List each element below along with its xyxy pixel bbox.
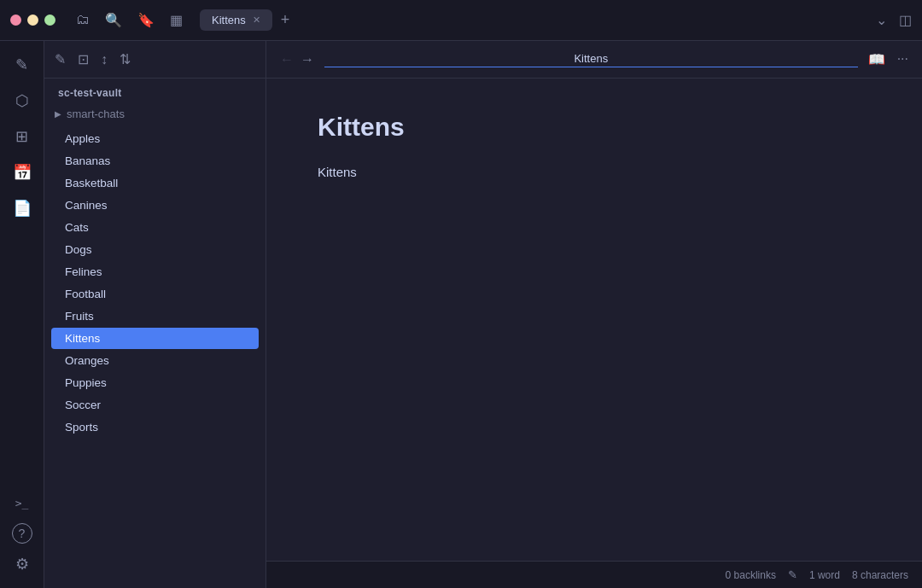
- sidebar-item-dogs[interactable]: Dogs: [51, 239, 259, 260]
- more-options-icon[interactable]: ···: [897, 51, 908, 67]
- traffic-lights: [10, 15, 55, 26]
- smart-chats-arrow: ▶: [55, 109, 61, 119]
- terminal-rail-icon[interactable]: >_: [7, 487, 38, 518]
- titlebar: 🗂 🔍 🔖 ▦ Kittens ✕ + ⌄ ◫: [0, 0, 922, 41]
- sidebar-item-canines[interactable]: Canines: [51, 195, 259, 216]
- switch-icon[interactable]: ⇅: [120, 51, 131, 67]
- content-header: ← → Kittens 📖 ···: [266, 41, 922, 79]
- sidebar: ✎ ⊡ ↕ ⇅ sc-test-vault ▶ smart-chats Appl…: [44, 41, 266, 588]
- maximize-button[interactable]: [44, 15, 55, 26]
- reading-icon[interactable]: 📖: [868, 51, 885, 67]
- smart-chats-section[interactable]: ▶ smart-chats: [44, 104, 266, 124]
- sidebar-item-fruits[interactable]: Fruits: [51, 306, 259, 327]
- tab-close-icon[interactable]: ✕: [253, 15, 260, 26]
- main-area: ✎ ⬡ ⊞ 📅 📄 >_ ? ⚙ ✎ ⊡ ↕ ⇅ sc-test-vault ▶…: [0, 41, 922, 588]
- nav-arrows: ← →: [280, 52, 314, 67]
- content-header-right-icons: 📖 ···: [868, 51, 908, 67]
- sidebar-item-felines[interactable]: Felines: [51, 261, 259, 282]
- help-rail-icon[interactable]: ?: [12, 523, 32, 544]
- plugins-rail-icon[interactable]: ⊞: [7, 121, 38, 152]
- titlebar-left-icons: 🗂 🔍 🔖 ▦: [76, 12, 183, 28]
- file-rail-icon[interactable]: 📄: [7, 193, 38, 224]
- search-icon[interactable]: 🔍: [105, 12, 122, 28]
- bookmark-icon[interactable]: 🔖: [137, 12, 155, 28]
- chevron-down-icon[interactable]: ⌄: [876, 12, 887, 28]
- settings-rail-icon[interactable]: ⚙: [7, 549, 38, 579]
- sidebar-item-apples[interactable]: Apples: [51, 128, 259, 149]
- content-title: Kittens: [324, 52, 858, 67]
- minimize-button[interactable]: [27, 15, 38, 26]
- titlebar-right-icons: ⌄ ◫: [876, 12, 912, 28]
- graph-rail-icon[interactable]: ⬡: [7, 85, 38, 116]
- sidebar-item-kittens[interactable]: Kittens: [51, 328, 259, 349]
- word-count-status: 1 word: [809, 569, 840, 581]
- kittens-tab[interactable]: Kittens ✕: [200, 9, 272, 31]
- sidebar-item-oranges[interactable]: Oranges: [51, 350, 259, 371]
- sort-icon[interactable]: ↕: [101, 52, 108, 67]
- open-folder-icon[interactable]: ⊡: [78, 51, 89, 67]
- char-count-status: 8 characters: [852, 569, 908, 581]
- backlinks-status: 0 backlinks: [726, 569, 776, 581]
- tab-label: Kittens: [212, 14, 246, 26]
- document-body[interactable]: Kittens: [318, 162, 871, 183]
- sidebar-item-football[interactable]: Football: [51, 283, 259, 305]
- vault-name: sc-test-vault: [44, 79, 266, 104]
- forward-arrow[interactable]: →: [301, 52, 314, 67]
- sidebar-item-puppies[interactable]: Puppies: [51, 372, 259, 393]
- sidebar-toolbar: ✎ ⊡ ↕ ⇅: [44, 41, 266, 79]
- tab-area: Kittens ✕ +: [200, 9, 866, 31]
- sidebar-item-bananas[interactable]: Bananas: [51, 150, 259, 172]
- new-note-rail-icon[interactable]: ✎: [7, 49, 38, 80]
- smart-chats-label: smart-chats: [67, 108, 125, 120]
- sidebar-item-cats[interactable]: Cats: [51, 217, 259, 238]
- folder-icon[interactable]: 🗂: [76, 12, 90, 28]
- sidebar-toggle-icon[interactable]: ◫: [899, 12, 912, 28]
- layout-icon[interactable]: ▦: [170, 12, 183, 28]
- back-arrow[interactable]: ←: [280, 52, 294, 67]
- add-tab-button[interactable]: +: [276, 9, 295, 31]
- calendar-rail-icon[interactable]: 📅: [7, 157, 38, 188]
- sidebar-item-basketball[interactable]: Basketball: [51, 172, 259, 194]
- sidebar-file-list: ApplesBananasBasketballCaninesCatsDogsFe…: [44, 124, 266, 588]
- close-button[interactable]: [10, 15, 21, 26]
- edit-icon: ✎: [788, 568, 797, 581]
- content-area: ← → Kittens 📖 ··· Kittens Kittens 0 back…: [266, 41, 922, 588]
- statusbar: 0 backlinks ✎ 1 word 8 characters: [266, 561, 922, 588]
- document-title: Kittens: [318, 113, 871, 142]
- sidebar-item-soccer[interactable]: Soccer: [51, 394, 259, 416]
- new-note-icon[interactable]: ✎: [55, 51, 66, 67]
- sidebar-item-sports[interactable]: Sports: [51, 416, 259, 438]
- editor[interactable]: Kittens Kittens: [266, 79, 922, 561]
- icon-rail: ✎ ⬡ ⊞ 📅 📄 >_ ? ⚙: [0, 41, 44, 588]
